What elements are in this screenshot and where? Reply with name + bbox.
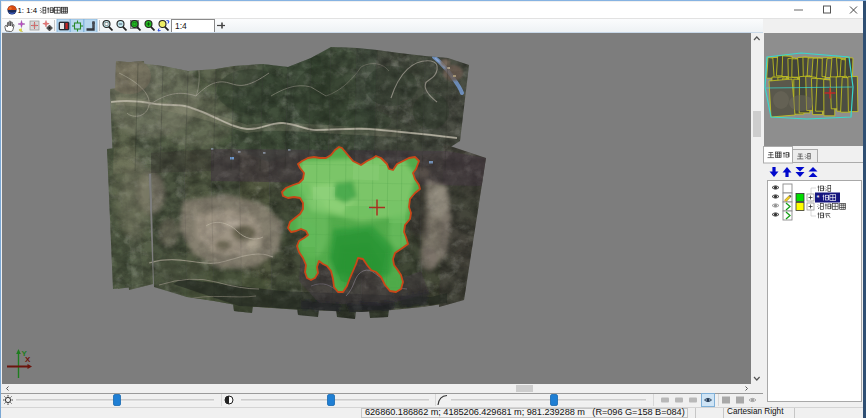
svg-text:X: X <box>25 355 31 364</box>
svg-text:1:4: 1:4 <box>175 21 187 31</box>
svg-text:*: * <box>817 193 820 202</box>
